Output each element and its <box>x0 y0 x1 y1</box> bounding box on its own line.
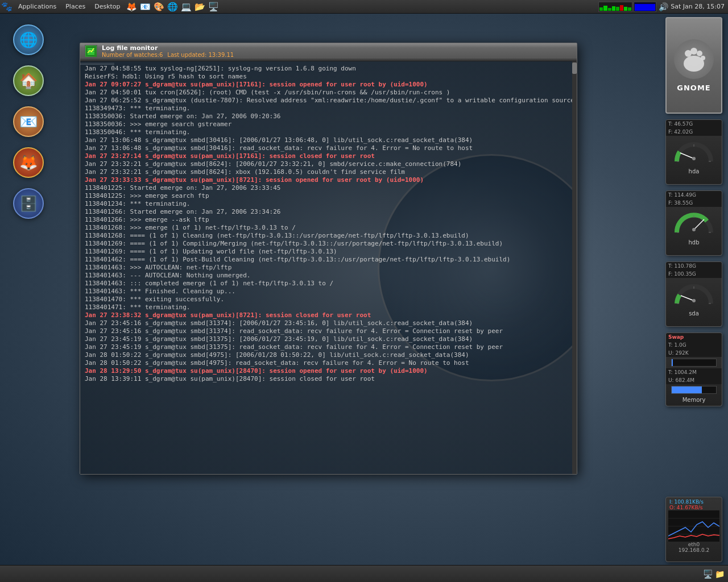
mem-bar-bg <box>671 386 717 394</box>
hdb-free: F: 38.55G <box>666 199 722 207</box>
swap-used: U: 292K <box>666 349 722 357</box>
mem-bar-fill <box>672 386 702 393</box>
net-in-speed: I: 100.81KB/s <box>668 499 719 505</box>
log-titlebar: Log file monitor Number of watches:6 Las… <box>80 43 577 59</box>
log-line: 1138401225: Started emerge on: Jan 27, 2… <box>85 184 572 192</box>
log-line: 1138350036: >>> emerge search gstreamer <box>85 120 572 128</box>
gnome-foot-svg <box>677 42 711 76</box>
terminal-launcher-icon[interactable]: 💻 <box>180 1 193 13</box>
log-line: 1138401463: ::: completed emerge (1 of 1… <box>85 280 572 288</box>
log-line: Jan 27 23:45:19 s_dgram@tux smbd[31375]:… <box>85 335 572 343</box>
hda-gauge-svg <box>671 136 717 167</box>
log-line: Jan 27 23:45:19 s_dgram@tux smbd[31375]:… <box>85 343 572 351</box>
thunderbird-launcher-icon[interactable]: 📧 <box>139 1 152 13</box>
log-line: Jan 28 01:50:22 s_dgram@tux smbd[4975]: … <box>85 359 572 367</box>
volume-icon[interactable]: 🔊 <box>659 2 668 11</box>
system-monitor-widget <box>598 2 656 12</box>
log-line: Jan 28 01:50:22 s_dgram@tux smbd[4975]: … <box>85 351 572 359</box>
swap-bar-bg <box>671 359 717 367</box>
log-line: Jan 27 04:50:01 tux cron[26526]: (root) … <box>85 89 572 97</box>
cpu-bar-5 <box>616 7 619 10</box>
gimp-launcher-icon[interactable]: 🎨 <box>153 1 166 13</box>
sda-gauge-svg <box>671 278 717 309</box>
log-line: 1138401463: *** Finished. Cleaning up... <box>85 288 572 296</box>
log-line: Jan 27 23:27:14 s_dgram@tux su(pam_unix)… <box>85 152 572 160</box>
taskbar-icon-1[interactable]: 🖥️ <box>703 569 713 579</box>
hdb-gauge-widget: T: 114.49G F: 38.55G hdb <box>665 190 722 256</box>
log-line: 1138401462: ==== (1 of 1) Post-Build Cle… <box>85 256 572 264</box>
log-line: 1138350046: *** terminating. <box>85 128 572 136</box>
log-watches-label: Number of watches:6 <box>102 52 163 58</box>
hda-gauge-widget: T: 46.57G F: 42.02G hda <box>665 119 722 185</box>
gnome-panel-icon[interactable]: 🐾 <box>1 1 13 13</box>
net-interface-label: eth0 <box>688 542 700 547</box>
display-launcher-icon[interactable]: 🖥️ <box>208 1 220 13</box>
log-line: Jan 27 23:32:21 s_dgram@tux smbd[8624]: … <box>85 160 572 168</box>
log-line: Jan 27 23:45:16 s_dgram@tux smbd[31374]:… <box>85 319 572 327</box>
svg-point-9 <box>692 157 696 160</box>
gnome-label-text: GNOME <box>677 84 710 92</box>
panel-menu-group: 🐾 Applications Places Desktop 🦊 📧 🎨 🌐 💻 … <box>0 0 221 14</box>
sidebar-icon-thunderbird[interactable]: 📧 <box>11 105 46 139</box>
hda-label: hda <box>689 168 700 174</box>
swap-label: Swap <box>666 333 722 341</box>
log-line: Jan 27 09:07:27 s_dgram@tux su(pam_unix)… <box>85 81 572 89</box>
log-line: 1138401471: *** terminating. <box>85 304 572 311</box>
sidebar-icons: 🌐 🏠 📧 🦊 🗄️ <box>11 23 46 221</box>
sidebar-icon-firefox[interactable]: 🦊 <box>11 146 46 180</box>
net-out-speed: O: 41.67KB/s <box>668 505 719 510</box>
sda-gauge-widget: T: 110.78G F: 100.35G sda <box>665 261 722 327</box>
log-line: Jan 27 13:06:48 s_dgram@tux smbd[30416]:… <box>85 136 572 144</box>
gnome-panel-widget: GNOME <box>665 17 722 114</box>
cpu-bar-1 <box>599 7 603 11</box>
network-widget: I: 100.81KB/s O: 41.67KB/s eth0 192.168.… <box>665 497 722 562</box>
sda-free: F: 100.35G <box>666 270 722 278</box>
log-line: Jan 27 06:25:52 s_dgram@tux (dustie-7807… <box>85 97 572 105</box>
memory-label: Memory <box>682 397 706 403</box>
places-menu[interactable]: Places <box>61 0 90 14</box>
network-graph-svg <box>668 510 719 542</box>
log-line: 1138401470: *** exiting successfully. <box>85 296 572 304</box>
net-ip-label: 192.168.0.2 <box>679 547 709 553</box>
log-line: 1138401269: ==== (1 of 1) Updating world… <box>85 248 572 256</box>
log-line: 1138401266: >>> emerge --ask lftp <box>85 216 572 224</box>
datetime-display: Sat Jan 28, 15:07 <box>671 3 725 10</box>
svg-point-2 <box>690 48 697 55</box>
firefox-launcher-icon[interactable]: 🦊 <box>126 1 138 13</box>
hdb-total: T: 114.49G <box>666 191 722 199</box>
svg-line-18 <box>681 296 694 301</box>
sda-total: T: 110.78G <box>666 262 722 270</box>
taskbar-icon-2[interactable]: 📁 <box>715 569 725 579</box>
taskbar-icon-area: 🖥️ 📁 <box>703 569 728 579</box>
log-line: Jan 27 13:06:48 s_dgram@tux smbd[30416]:… <box>85 144 572 152</box>
hda-total: T: 46.57G <box>666 120 722 128</box>
sidebar-icon-network[interactable]: 🌐 <box>11 23 46 57</box>
log-line: 1138401269: ==== (1 of 1) Compiling/Merg… <box>85 240 572 248</box>
log-line: 1138350036: Started emerge on: Jan 27, 2… <box>85 113 572 120</box>
cpu-bar-8 <box>628 7 631 11</box>
desktop-menu[interactable]: Desktop <box>90 0 125 14</box>
cpu-bar-3 <box>608 8 611 10</box>
log-line: 1138401225: >>> emerge search ftp <box>85 192 572 200</box>
sidebar-icon-database[interactable]: 🗄️ <box>11 186 46 221</box>
svg-point-4 <box>701 56 705 60</box>
cpu-bar-4 <box>612 6 615 11</box>
mem-used: U: 682.4M <box>666 376 722 384</box>
log-line: Jan 27 04:58:55 tux syslog-ng[26251]: sy… <box>85 65 572 73</box>
log-last-updated: Last updated: 13:39.11 <box>167 52 234 58</box>
log-line: 1138401266: Started emerge on: Jan 27, 2… <box>85 208 572 216</box>
hdb-gauge-svg <box>671 207 717 238</box>
log-line: 1138401268: >>> emerge (1 of 1) net-ftp/… <box>85 224 572 232</box>
gnome-logo <box>674 39 714 79</box>
log-content-area[interactable]: Jan 27 04:58:55 tux syslog-ng[26251]: sy… <box>80 61 577 474</box>
network-launcher-icon[interactable]: 🌐 <box>167 1 179 13</box>
sidebar-icon-home[interactable]: 🏠 <box>11 64 46 98</box>
log-line: Jan 27 23:32:21 s_dgram@tux smbd[8624]: … <box>85 168 572 176</box>
folder-launcher-icon[interactable]: 📂 <box>194 1 206 13</box>
log-line: ReiserFS: hdb1: Using r5 hash to sort na… <box>85 73 572 81</box>
cpu-monitor-bar <box>598 2 632 12</box>
log-line: Jan 28 13:29:50 s_dgram@tux su(pam_unix)… <box>85 367 572 375</box>
sda-label: sda <box>689 310 699 317</box>
log-line: 1138401463: >>> AUTOCLEAN: net-ftp/lftp <box>85 264 572 272</box>
applications-menu[interactable]: Applications <box>14 0 61 14</box>
